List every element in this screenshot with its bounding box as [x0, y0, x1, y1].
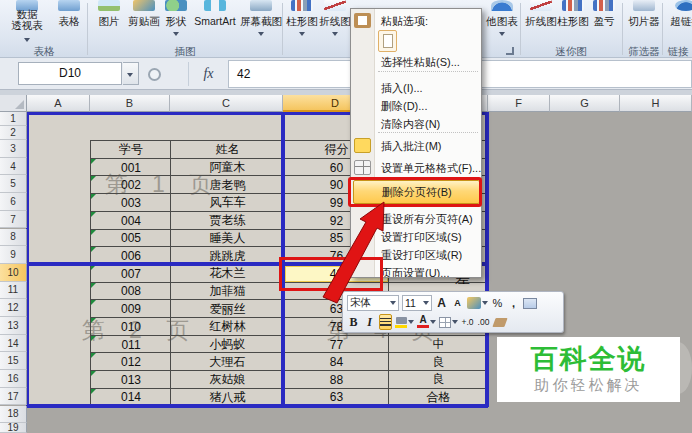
ribbon-button-pivot-table[interactable]: 数据 透视表	[4, 0, 50, 56]
row-header-2[interactable]: 2	[0, 126, 27, 140]
cell-C16[interactable]: 灰姑娘	[170, 370, 284, 389]
cell-E15[interactable]: 良	[388, 352, 489, 371]
menu-item-format-cells[interactable]: 设置单元格格式(F)...	[377, 160, 481, 176]
page-break-line[interactable]	[485, 111, 489, 407]
row-header-9[interactable]: 9	[0, 246, 27, 264]
ribbon-button-screenshot[interactable]: 屏幕截图	[240, 0, 282, 56]
cell-C4[interactable]: 阿童木	[170, 158, 284, 177]
menu-item-insert-comment[interactable]: 插入批注(M)	[377, 138, 481, 154]
cell-C10[interactable]: 花木兰	[170, 264, 284, 283]
increase-decimal-button[interactable]: .00	[477, 314, 490, 330]
row-header-11[interactable]: 11	[0, 282, 27, 300]
ribbon-button-line-chart[interactable]: 折线图	[318, 0, 352, 56]
row-header-1[interactable]: 1	[0, 112, 27, 126]
menu-item-delete-cells[interactable]: 删除(D)...	[377, 98, 481, 114]
borders-button[interactable]	[439, 314, 458, 330]
row-header-15[interactable]: 15	[0, 352, 27, 370]
ribbon-button-sparkline-column[interactable]: 柱形图	[556, 0, 590, 56]
ribbon-button-sparkline-line[interactable]: 折线图	[524, 0, 558, 56]
cell-B16[interactable]: 013	[90, 370, 171, 389]
cell-B5[interactable]: 002	[90, 175, 171, 194]
cell-C11[interactable]: 加菲猫	[170, 282, 284, 301]
menu-item-paste-special[interactable]: 选择性粘贴(S)...	[377, 54, 481, 70]
cell-E16[interactable]: 良	[388, 370, 489, 389]
cell-B8[interactable]: 005	[90, 229, 171, 248]
decrease-decimal-button[interactable]: +.0	[461, 314, 474, 330]
column-header-A[interactable]: A	[27, 95, 90, 112]
row-header-3[interactable]: 3	[0, 140, 27, 158]
column-header-B[interactable]: B	[90, 95, 170, 112]
cell-B11[interactable]: 008	[90, 282, 171, 301]
cell-B13[interactable]: 010	[90, 317, 171, 336]
cell-C13[interactable]: 红树林	[170, 317, 284, 336]
column-header-C[interactable]: C	[170, 95, 283, 112]
comma-style-button[interactable]: ,	[507, 295, 520, 311]
row-header-14[interactable]: 14	[0, 335, 27, 353]
fx-icon[interactable]: fx	[188, 62, 228, 86]
cell-D15[interactable]: 84	[283, 352, 389, 371]
ribbon-button-shapes[interactable]: 形状	[162, 0, 190, 56]
ribbon-button-clipart[interactable]: 剪贴画	[126, 0, 162, 56]
shrink-font-button[interactable]: A	[451, 295, 464, 311]
cell-E14[interactable]: 中	[388, 335, 489, 354]
cell-B12[interactable]: 009	[90, 299, 171, 318]
italic-button[interactable]: I	[363, 314, 376, 330]
row-header-6[interactable]: 6	[0, 193, 27, 211]
page-break-line[interactable]	[27, 404, 488, 408]
percent-style-button[interactable]: %	[491, 295, 504, 311]
font-size-select[interactable]: 11	[402, 295, 432, 311]
row-header-17[interactable]: 17	[0, 388, 27, 406]
cell-C15[interactable]: 大理石	[170, 352, 284, 371]
cell-C5[interactable]: 唐老鸭	[170, 175, 284, 194]
select-all-corner[interactable]	[0, 95, 27, 112]
font-color-button[interactable]: A	[417, 314, 436, 330]
cell-C7[interactable]: 贾老练	[170, 211, 284, 230]
cell-C3[interactable]: 姓名	[170, 140, 284, 159]
cell-B3[interactable]: 学号	[90, 140, 171, 159]
column-header-F[interactable]: F	[488, 95, 550, 112]
ribbon-button-smartart[interactable]: SmartArt	[190, 0, 240, 56]
cell-D14[interactable]: 77	[283, 335, 389, 354]
format-brush-icon[interactable]	[493, 314, 506, 330]
name-box[interactable]: D10	[18, 62, 122, 85]
paste-option-button[interactable]	[378, 30, 397, 52]
ribbon-button-other-charts[interactable]: 他图表	[484, 0, 520, 56]
ribbon-button-hyperlink[interactable]: 超链接	[666, 0, 692, 56]
fill-color-button[interactable]	[395, 314, 414, 330]
column-header-G[interactable]: G	[550, 95, 620, 112]
cell-B14[interactable]: 011	[90, 335, 171, 354]
cell-C12[interactable]: 爱丽丝	[170, 299, 284, 318]
row-header-16[interactable]: 16	[0, 370, 27, 388]
ribbon-button-picture[interactable]: 图片	[93, 0, 125, 56]
row-header-13[interactable]: 13	[0, 317, 27, 335]
row-header-10[interactable]: 10	[0, 264, 27, 282]
ribbon-button-slicer[interactable]: 切片器	[624, 0, 664, 56]
menu-item-clear-contents[interactable]: 清除内容(N)	[377, 116, 481, 132]
row-header-8[interactable]: 8	[0, 229, 27, 247]
ribbon-button-sparkline-winloss[interactable]: 盈亏	[589, 0, 619, 56]
bold-button[interactable]: B	[347, 314, 360, 330]
cell-C6[interactable]: 风车车	[170, 193, 284, 212]
menu-item-insert-cells[interactable]: 插入(I)...	[377, 80, 481, 96]
column-header-H[interactable]: H	[620, 95, 692, 112]
row-header-5[interactable]: 5	[0, 175, 27, 193]
name-box-dropdown[interactable]	[123, 62, 139, 85]
cell-D16[interactable]: 88	[283, 370, 389, 389]
cell-B6[interactable]: 003	[90, 193, 171, 212]
cell-B10[interactable]: 007	[90, 264, 171, 283]
cell-B4[interactable]: 001	[90, 158, 171, 177]
cell-C14[interactable]: 小蚂蚁	[170, 335, 284, 354]
center-align-button[interactable]	[379, 314, 392, 330]
grow-font-button[interactable]: A	[435, 295, 448, 311]
row-header-4[interactable]: 4	[0, 158, 27, 176]
format-painter-icon[interactable]	[467, 295, 488, 311]
row-header-19[interactable]: 19	[0, 423, 27, 433]
cell-B15[interactable]: 012	[90, 352, 171, 371]
row-header-12[interactable]: 12	[0, 299, 27, 317]
cell-B7[interactable]: 004	[90, 211, 171, 230]
row-header-7[interactable]: 7	[0, 211, 27, 229]
ribbon-button-table[interactable]: 表格	[52, 0, 86, 56]
row-header-18[interactable]: 18	[0, 406, 27, 424]
ribbon-button-column-chart[interactable]: 柱形图	[285, 0, 319, 56]
insert-function-icon[interactable]	[148, 68, 161, 81]
